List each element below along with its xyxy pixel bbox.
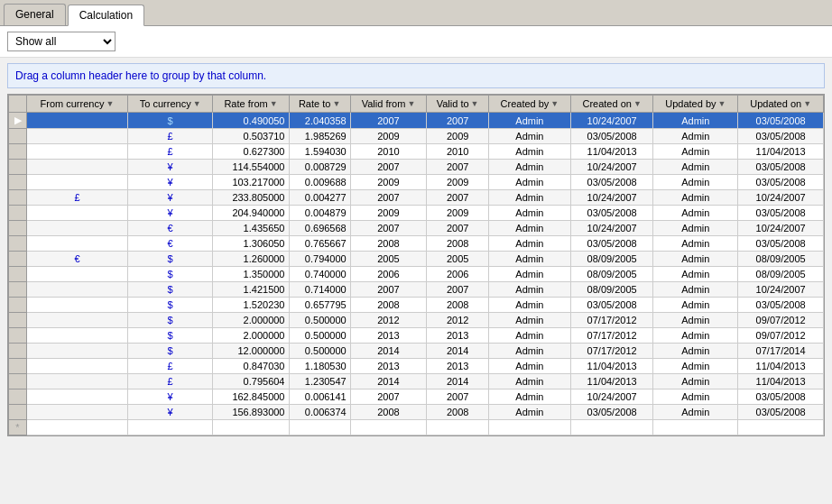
- cell-from-currency: [27, 160, 128, 175]
- header-updated-by[interactable]: Updated by ▼: [653, 96, 738, 113]
- cell-rate-to: 0.009688: [289, 175, 350, 190]
- cell-created-by: Admin: [489, 175, 571, 190]
- header-rate-from[interactable]: Rate from ▼: [213, 96, 289, 113]
- cell-from-currency: €: [27, 252, 128, 267]
- created-by-sort-icon[interactable]: ▼: [550, 99, 559, 108]
- cell-created-by: Admin: [489, 206, 571, 221]
- header-updated-on[interactable]: Updated on ▼: [738, 96, 824, 113]
- tab-calculation[interactable]: Calculation: [68, 5, 144, 26]
- rate-to-sort-icon[interactable]: ▼: [332, 99, 340, 108]
- row-indicator: [9, 359, 27, 374]
- cell-created-on: 11/04/2013: [570, 144, 653, 160]
- table-row[interactable]: €1.4356500.69656820072007Admin10/24/2007…: [9, 221, 824, 236]
- table-row[interactable]: £0.7956041.23054720142014Admin11/04/2013…: [9, 374, 824, 389]
- cell-updated-on: 09/07/2012: [738, 313, 824, 328]
- rate-from-sort-icon[interactable]: ▼: [270, 99, 278, 108]
- header-created-by[interactable]: Created by ▼: [489, 96, 571, 113]
- header-created-on[interactable]: Created on ▼: [570, 96, 653, 113]
- table-row[interactable]: $1.3500000.74000020062006Admin08/09/2005…: [9, 267, 824, 282]
- created-on-sort-icon[interactable]: ▼: [633, 99, 642, 108]
- created-on-label: Created on: [582, 98, 631, 109]
- table-row[interactable]: $12.0000000.50000020142014Admin07/17/201…: [9, 344, 824, 359]
- table-row[interactable]: ¥162.8450000.00614120072007Admin10/24/20…: [9, 389, 824, 405]
- toolbar: Show allActive onlyInactive only: [0, 26, 832, 58]
- cell-updated-on: 09/07/2012: [738, 328, 824, 344]
- cell-created-by: Admin: [489, 282, 571, 298]
- cell-updated-on: 03/05/2008: [738, 405, 824, 420]
- cell-updated-by: Admin: [653, 160, 738, 175]
- cell-valid-from: 2008: [350, 298, 427, 313]
- cell-updated-on: 03/05/2008: [738, 298, 824, 313]
- table-row[interactable]: €1.3060500.76566720082008Admin03/05/2008…: [9, 236, 824, 252]
- table-row[interactable]: ¥204.9400000.00487920092009Admin03/05/20…: [9, 206, 824, 221]
- cell-updated-by: Admin: [653, 221, 738, 236]
- cell-to-currency: $: [127, 344, 213, 359]
- cell-updated-on: 07/17/2014: [738, 344, 824, 359]
- cell-from-currency: [27, 236, 128, 252]
- cell-from-currency: [27, 129, 128, 144]
- cell-updated-by: Admin: [653, 236, 738, 252]
- table-row[interactable]: £0.8470301.18053020132013Admin11/04/2013…: [9, 359, 824, 374]
- cell-updated-on: 03/05/2008: [738, 236, 824, 252]
- cell-valid-from: 2012: [350, 313, 427, 328]
- table-header-row: From currency ▼ To currency ▼ Rate from …: [9, 96, 824, 113]
- cell-to-currency: ¥: [127, 175, 213, 190]
- cell-updated-by: Admin: [653, 405, 738, 420]
- table-row[interactable]: $1.4215000.71400020072007Admin08/09/2005…: [9, 282, 824, 298]
- cell-to-currency: $: [127, 252, 213, 267]
- cell-valid-from: 2007: [350, 221, 427, 236]
- table-row[interactable]: $1.5202300.65779520082008Admin03/05/2008…: [9, 298, 824, 313]
- table-row[interactable]: £0.6273001.59403020102010Admin11/04/2013…: [9, 144, 824, 160]
- cell-valid-to: 2005: [427, 252, 489, 267]
- row-indicator: [9, 175, 27, 190]
- cell-rate-from: 0.627300: [213, 144, 289, 160]
- table-row[interactable]: £¥233.8050000.00427720072007Admin10/24/2…: [9, 190, 824, 206]
- updated-by-sort-icon[interactable]: ▼: [718, 99, 726, 108]
- cell-valid-to: 2007: [427, 389, 489, 405]
- cell-updated-on: 10/24/2007: [738, 282, 824, 298]
- to-currency-sort-icon[interactable]: ▼: [193, 99, 201, 108]
- cell-valid-from: 2007: [350, 113, 427, 129]
- new-row[interactable]: *: [9, 420, 824, 435]
- cell-rate-from: 103.217000: [213, 175, 289, 190]
- cell-rate-from: 1.350000: [213, 267, 289, 282]
- cell-created-by: Admin: [489, 359, 571, 374]
- cell-valid-to: 2008: [427, 405, 489, 420]
- valid-to-sort-icon[interactable]: ▼: [471, 99, 479, 108]
- cell-rate-from: 156.893000: [213, 405, 289, 420]
- cell-rate-to: 0.008729: [289, 160, 350, 175]
- cell-valid-from: 2007: [350, 190, 427, 206]
- cell-valid-to: 2008: [427, 298, 489, 313]
- table-row[interactable]: ¥114.5540000.00872920072007Admin10/24/20…: [9, 160, 824, 175]
- header-valid-from[interactable]: Valid from ▼: [350, 96, 427, 113]
- show-all-select[interactable]: Show allActive onlyInactive only: [7, 32, 116, 51]
- cell-to-currency: $: [127, 298, 213, 313]
- cell-updated-on: 11/04/2013: [738, 359, 824, 374]
- table-row[interactable]: $2.0000000.50000020122012Admin07/17/2012…: [9, 313, 824, 328]
- header-rate-to[interactable]: Rate to ▼: [289, 96, 350, 113]
- table-row[interactable]: ¥156.8930000.00637420082008Admin03/05/20…: [9, 405, 824, 420]
- header-from-currency[interactable]: From currency ▼: [27, 96, 128, 113]
- cell-created-by: Admin: [489, 389, 571, 405]
- updated-on-sort-icon[interactable]: ▼: [803, 99, 811, 108]
- cell-rate-to: 0.500000: [289, 328, 350, 344]
- table-row[interactable]: $2.0000000.50000020132013Admin07/17/2012…: [9, 328, 824, 344]
- table-row[interactable]: ¥103.2170000.00968820092009Admin03/05/20…: [9, 175, 824, 190]
- row-indicator: [9, 344, 27, 359]
- from-currency-label: From currency: [41, 98, 105, 109]
- cell-valid-from: 2014: [350, 344, 427, 359]
- header-valid-to[interactable]: Valid to ▼: [427, 96, 489, 113]
- from-currency-sort-icon[interactable]: ▼: [106, 99, 114, 108]
- table-container[interactable]: From currency ▼ To currency ▼ Rate from …: [7, 94, 825, 436]
- valid-from-sort-icon[interactable]: ▼: [407, 99, 415, 108]
- tab-general[interactable]: General: [4, 4, 66, 25]
- cell-valid-from: 2009: [350, 206, 427, 221]
- cell-created-by: Admin: [489, 313, 571, 328]
- table-row[interactable]: £0.5037101.98526920092009Admin03/05/2008…: [9, 129, 824, 144]
- new-row-cell: [213, 420, 289, 435]
- cell-valid-from: 2007: [350, 160, 427, 175]
- table-row[interactable]: €$1.2600000.79400020052005Admin08/09/200…: [9, 252, 824, 267]
- table-row[interactable]: ▶$0.4900502.04035820072007Admin10/24/200…: [9, 113, 824, 129]
- header-to-currency[interactable]: To currency ▼: [127, 96, 213, 113]
- cell-to-currency: €: [127, 221, 213, 236]
